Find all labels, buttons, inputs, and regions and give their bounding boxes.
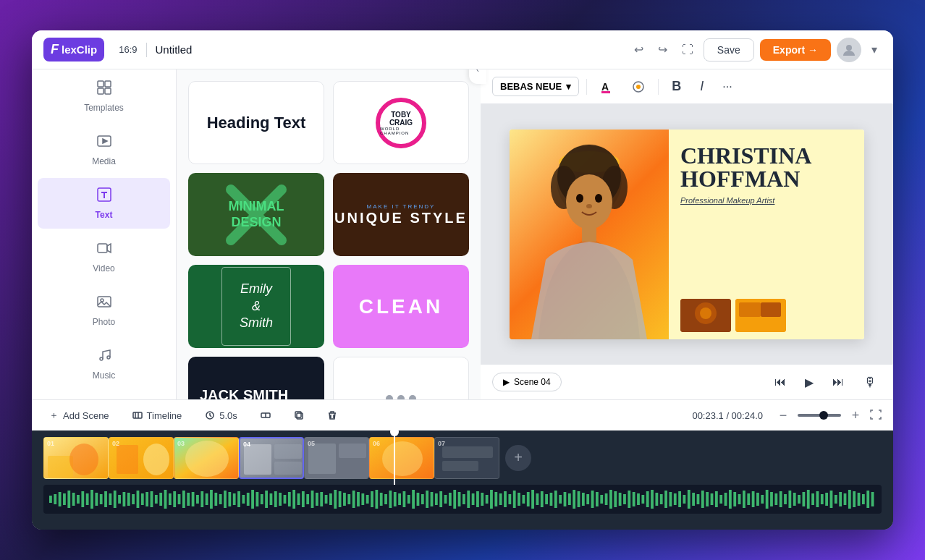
svg-rect-89 [137,491,140,508]
svg-rect-114 [251,490,254,509]
highlight-button[interactable] [626,77,651,97]
timeline-label: Timeline [147,410,182,421]
project-title[interactable]: Untitled [156,43,193,56]
avatar[interactable] [837,38,861,62]
zoom-in-button[interactable]: + [847,407,864,424]
clip-num-1: 01 [47,440,54,447]
svg-rect-242 [839,492,842,506]
heading-text-label: Heading Text [207,114,306,132]
sidebar-item-templates[interactable]: Templates [38,71,170,122]
sidebar-item-photo[interactable]: Photo [38,285,170,336]
delete-button[interactable] [321,407,343,423]
header-divider [146,43,147,57]
redo-button[interactable]: ↪ [654,38,672,61]
scene-label[interactable]: ▶ Scene 04 [492,373,562,391]
sidebar-label-photo: Photo [93,317,115,327]
svg-rect-155 [439,491,442,507]
timeline-clip-6[interactable]: 06 [369,437,434,479]
svg-rect-141 [375,490,378,509]
text-color-button[interactable]: A [594,77,619,97]
timeline-button[interactable]: Timeline [127,407,188,424]
timeline-clip-5[interactable]: 05 [304,437,369,479]
zoom-slider[interactable] [798,414,841,417]
playback-bar: ▶ Scene 04 ⏮ ▶ ⏭ 🎙 [481,364,893,399]
svg-rect-165 [486,495,489,504]
thumb-2-graphic [735,299,786,332]
svg-rect-215 [715,491,718,507]
duplicate-icon [294,410,304,420]
duration-button[interactable]: 5.0s [199,407,243,424]
fit-button[interactable] [870,409,882,423]
play-pause-button[interactable]: ▶ [798,370,821,394]
duplicate-button[interactable] [288,407,310,423]
jack-inner: JACK SMITH SOUND DESIGNER [188,376,324,399]
svg-rect-164 [481,493,483,506]
template-unique-style[interactable]: MAKE IT TRENDY UNIQUE STYLE [333,173,469,256]
timeline-clip-4-active[interactable]: 04 [239,437,304,479]
svg-rect-152 [426,491,428,508]
svg-rect-84 [114,491,117,508]
svg-rect-172 [518,493,520,506]
svg-rect-116 [261,494,263,504]
sidebar-item-media[interactable]: Media [38,124,170,175]
avatar-dropdown[interactable]: ▾ [867,38,882,61]
clip-num-7: 07 [438,440,445,447]
timeline-clip-2[interactable]: 02 [109,437,174,479]
svg-rect-77 [81,491,84,507]
canvas-background: CHRISTINAHOFFMAN Professional Makeup Art… [510,130,864,339]
svg-rect-81 [100,494,103,504]
collapse-panel-button[interactable]: ‹ [469,69,486,84]
italic-button[interactable]: I [694,75,709,98]
svg-rect-158 [453,490,456,509]
save-button[interactable]: Save [704,38,754,61]
svg-rect-241 [835,495,837,504]
svg-rect-199 [641,495,644,504]
more-options-button[interactable]: ··· [717,77,738,97]
canvas-person-subtitle: Professional Makeup Artist [680,196,853,205]
undo-button[interactable]: ↩ [630,38,648,61]
person-silhouette [517,137,662,339]
svg-rect-221 [743,491,746,508]
svg-rect-170 [508,494,511,504]
svg-rect-235 [807,490,810,509]
svg-rect-94 [159,493,162,506]
timeline-clip-7[interactable]: 07 [434,437,499,479]
add-scene-button[interactable]: ＋ Add Scene [43,406,115,425]
skip-forward-button[interactable]: ⏭ [827,370,850,394]
font-selector[interactable]: BEBAS NEUE ▾ [492,77,579,96]
time-display: 00:23.1 / 00:24.0 [692,410,763,421]
svg-rect-226 [766,490,769,509]
sidebar-item-music[interactable]: Music [38,339,170,389]
svg-rect-196 [628,491,630,508]
microphone-button[interactable]: 🎙 [858,370,882,394]
clip-num-4: 04 [243,441,250,448]
template-minimal-design[interactable]: MINIMALDESIGN [188,173,324,256]
bold-button[interactable]: B [666,75,687,98]
sidebar-item-elements[interactable]: Elements [38,392,170,399]
template-more[interactable] [333,357,469,399]
export-button[interactable]: Export → [760,39,831,61]
canvas-right-area: CHRISTINAHOFFMAN Professional Makeup Art… [669,130,864,339]
play-controls: ⏮ ▶ ⏭ [769,370,850,394]
zoom-out-button[interactable]: − [774,407,792,424]
svg-rect-222 [747,493,750,505]
timeline-clip-1[interactable]: 01 [43,437,109,479]
template-emily[interactable]: Emily&Smith [188,265,324,348]
svg-rect-175 [531,490,534,509]
template-heading-text[interactable]: Heading Text [188,81,324,164]
svg-rect-237 [816,491,819,507]
skip-back-button[interactable]: ⏮ [769,370,792,394]
template-clean[interactable]: CLEAN [333,265,469,348]
waveform-graphic [49,488,876,510]
add-clip-button[interactable]: + [505,445,531,471]
timeline-clip-3[interactable]: 03 [174,437,239,479]
svg-rect-177 [541,491,544,507]
fullscreen-button[interactable]: ⛶ [677,39,698,61]
split-button[interactable] [255,407,276,423]
sidebar-item-video[interactable]: Video [38,232,170,282]
sidebar-item-text[interactable]: Text [38,178,170,229]
template-jack-smith[interactable]: JACK SMITH SOUND DESIGNER [188,357,324,399]
svg-rect-163 [476,491,479,507]
template-toby-craig[interactable]: TOBYCRAIG WORLD CHAMPION [333,81,469,164]
svg-rect-206 [674,493,677,505]
